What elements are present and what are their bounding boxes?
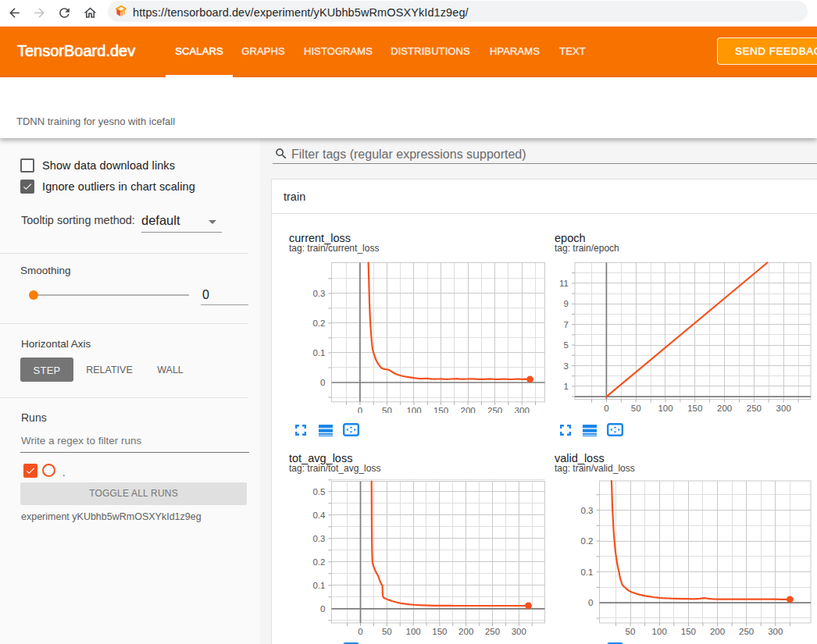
svg-text:0: 0	[588, 598, 593, 607]
svg-text:250: 250	[487, 406, 502, 413]
svg-text:200: 200	[717, 404, 732, 413]
svg-text:11: 11	[559, 279, 569, 288]
svg-text:150: 150	[433, 406, 448, 413]
svg-text:200: 200	[710, 627, 725, 635]
svg-text:0.3: 0.3	[312, 534, 325, 543]
svg-text:100: 100	[406, 406, 421, 413]
svg-text:50: 50	[382, 406, 392, 413]
svg-text:0.2: 0.2	[312, 557, 325, 567]
svg-text:7: 7	[564, 320, 569, 329]
svg-text:3: 3	[564, 361, 569, 371]
svg-text:50: 50	[631, 404, 641, 413]
svg-text:100: 100	[406, 627, 421, 635]
svg-text:0.1: 0.1	[581, 568, 594, 577]
svg-text:100: 100	[658, 404, 673, 413]
svg-text:0: 0	[358, 406, 362, 413]
svg-text:0: 0	[320, 604, 325, 614]
svg-text:5: 5	[564, 340, 569, 350]
svg-text:300: 300	[776, 404, 791, 413]
svg-text:9: 9	[564, 299, 569, 308]
svg-text:0.4: 0.4	[312, 511, 326, 520]
svg-text:0.1: 0.1	[312, 348, 325, 358]
svg-text:300: 300	[512, 627, 526, 635]
svg-text:250: 250	[747, 404, 762, 413]
svg-text:0.3: 0.3	[581, 506, 594, 515]
svg-text:300: 300	[768, 627, 783, 635]
svg-text:0: 0	[320, 378, 325, 387]
svg-text:150: 150	[681, 627, 696, 635]
svg-text:200: 200	[461, 406, 476, 413]
svg-text:250: 250	[485, 627, 500, 635]
svg-text:0: 0	[358, 627, 362, 635]
svg-text:200: 200	[458, 627, 473, 635]
svg-text:0: 0	[604, 404, 608, 413]
svg-text:1: 1	[564, 382, 569, 391]
svg-text:0.5: 0.5	[312, 487, 325, 496]
svg-text:100: 100	[652, 627, 667, 635]
svg-text:0.1: 0.1	[312, 581, 325, 590]
svg-text:50: 50	[626, 627, 636, 635]
svg-text:0.2: 0.2	[312, 318, 325, 328]
svg-text:300: 300	[515, 406, 530, 413]
svg-text:250: 250	[739, 627, 754, 635]
svg-text:0.3: 0.3	[312, 289, 325, 298]
svg-text:150: 150	[687, 404, 702, 413]
svg-text:150: 150	[432, 627, 447, 635]
svg-text:0.2: 0.2	[581, 536, 594, 546]
svg-text:50: 50	[382, 627, 392, 635]
